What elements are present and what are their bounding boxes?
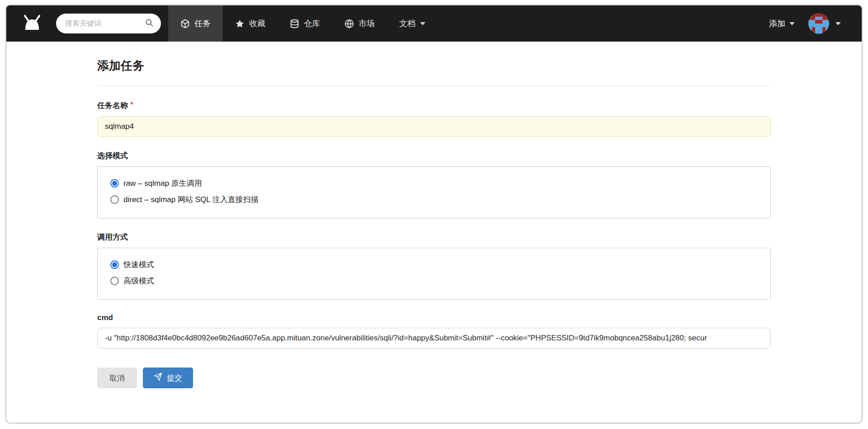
task-name-input[interactable] <box>97 116 771 137</box>
page-title: 添加任务 <box>97 58 771 74</box>
invoke-option-advanced[interactable]: 高级模式 <box>110 276 758 286</box>
nav-label: 文档 <box>399 18 415 29</box>
task-name-section: 任务名称* <box>97 100 771 137</box>
star-icon <box>235 19 245 28</box>
submit-label: 提交 <box>167 373 182 383</box>
navbar-spacer <box>438 5 769 42</box>
nav-label: 市场 <box>359 18 375 29</box>
nav-label: 任务 <box>194 18 211 29</box>
invoke-section: 调用方式 快速模式 高级模式 <box>97 232 771 300</box>
radio-label: 快速模式 <box>123 259 154 270</box>
globe-icon <box>344 19 354 28</box>
mode-option-box: raw – sqlmap 原生调用 direct – sqlmap 网站 SQL… <box>97 166 771 218</box>
radio-checked-icon[interactable] <box>110 260 119 269</box>
radio-checked-icon[interactable] <box>110 179 119 188</box>
nav-item-docs[interactable]: 文档 <box>387 5 438 42</box>
cmd-input[interactable] <box>97 328 771 349</box>
radio-unchecked-icon[interactable] <box>110 195 119 204</box>
nav-item-market[interactable]: 市场 <box>332 5 387 42</box>
cmd-label: cmd <box>97 313 771 322</box>
radio-label: 高级模式 <box>123 276 154 286</box>
add-dropdown[interactable]: 添加 <box>769 18 795 29</box>
search-icon[interactable] <box>145 18 154 29</box>
cube-icon <box>180 19 190 28</box>
app-logo[interactable] <box>6 5 56 42</box>
task-name-label: 任务名称* <box>97 100 771 111</box>
nav-label: 仓库 <box>304 18 320 29</box>
cmd-section: cmd <box>97 313 771 349</box>
mode-option-direct[interactable]: direct – sqlmap 网站 SQL 注入直接扫描 <box>110 194 758 205</box>
mode-label: 选择模式 <box>97 151 771 161</box>
add-label: 添加 <box>769 18 785 29</box>
radio-label: raw – sqlmap 原生调用 <box>123 178 202 189</box>
ant-logo-icon <box>22 14 42 33</box>
database-icon <box>290 19 299 28</box>
cancel-button[interactable]: 取消 <box>97 368 137 388</box>
caret-down-icon[interactable] <box>835 22 841 25</box>
mode-option-raw[interactable]: raw – sqlmap 原生调用 <box>110 178 758 189</box>
paper-plane-icon <box>154 372 162 383</box>
app-window: 任务 收藏 仓库 <box>5 5 863 424</box>
form-actions: 取消 提交 <box>97 368 771 388</box>
caret-down-icon <box>420 22 425 25</box>
search-box[interactable] <box>56 14 161 33</box>
mode-section: 选择模式 raw – sqlmap 原生调用 direct – sqlmap 网… <box>97 151 771 218</box>
required-asterisk: * <box>130 100 133 109</box>
top-navbar: 任务 收藏 仓库 <box>6 5 862 42</box>
invoke-option-box: 快速模式 高级模式 <box>97 248 771 300</box>
nav-item-favorites[interactable]: 收藏 <box>223 5 278 42</box>
nav-item-repository[interactable]: 仓库 <box>278 5 332 42</box>
main-nav: 任务 收藏 仓库 <box>168 5 438 42</box>
caret-down-icon <box>789 22 795 25</box>
add-task-form: 添加任务 任务名称* 选择模式 raw – sqlmap 原生调用 direct… <box>97 42 771 388</box>
radio-label: direct – sqlmap 网站 SQL 注入直接扫描 <box>123 194 259 205</box>
navbar-right: 添加 <box>769 5 862 42</box>
submit-button[interactable]: 提交 <box>143 368 193 388</box>
invoke-label: 调用方式 <box>97 232 771 242</box>
radio-unchecked-icon[interactable] <box>110 277 119 285</box>
nav-label: 收藏 <box>249 18 265 29</box>
invoke-option-fast[interactable]: 快速模式 <box>110 259 758 270</box>
search-input[interactable] <box>65 19 145 28</box>
user-avatar[interactable] <box>808 13 829 34</box>
nav-item-tasks[interactable]: 任务 <box>168 5 223 42</box>
title-divider <box>97 85 771 86</box>
